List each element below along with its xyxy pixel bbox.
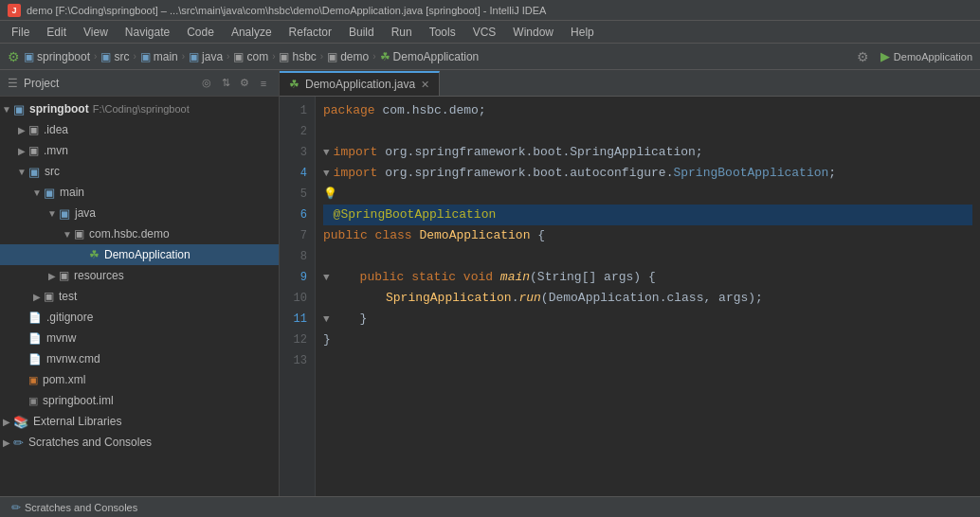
sidebar-toolbar: ◎ ⇅ ⚙ ≡ [199,76,271,91]
menu-build[interactable]: Build [341,24,382,41]
package-icon: ▣ [74,227,84,241]
code-line-4: ▼import org.springframework.boot.autocon… [323,163,972,184]
menu-bar: File Edit View Navigate Code Analyze Ref… [0,21,980,44]
tree-item-main[interactable]: ▼ ▣ main [0,182,279,203]
breadcrumb-java[interactable]: ▣ java [189,50,223,63]
code-line-7: public class DemoApplication { [323,225,972,246]
breadcrumb-main[interactable]: ▣ main [140,50,178,63]
bottom-bar: ✏ Scratches and Consoles [0,496,980,517]
code-line-6: @SpringBootApplication [323,205,972,225]
tree-item-java[interactable]: ▼ ▣ java [0,203,279,223]
sidebar-title: Project [24,77,59,90]
sidebar: ☰ Project ◎ ⇅ ⚙ ≡ ▼ ▣ springboot F:\Codi… [0,70,280,496]
menu-help[interactable]: Help [563,24,602,41]
menu-file[interactable]: File [4,24,37,41]
folder-icon: ▣ [279,50,289,63]
menu-analyze[interactable]: Analyze [224,24,280,41]
scratches-bottom-icon: ✏ [11,501,21,514]
code-line-3: ▼import org.springframework.boot.SpringA… [323,142,972,163]
tree-item-springboot[interactable]: ▼ ▣ springboot F:\Coding\springboot [0,98,279,119]
tree-item-gitignore[interactable]: 📄 .gitignore [0,307,279,328]
app-icon: J [8,4,21,17]
breadcrumb-bar: ⚙ ▣ springboot › ▣ src › ▣ main › ▣ java… [0,44,980,70]
breadcrumb-demo[interactable]: ▣ demo [327,50,369,63]
folder-icon-idea: ▣ [28,123,39,136]
folder-icon-src: ▣ [28,165,40,179]
menu-vcs[interactable]: VCS [465,24,504,41]
tab-bar: ☘ DemoApplication.java ✕ [280,70,980,97]
tree-item-pomxml[interactable]: ▣ pom.xml [0,369,279,390]
code-line-1: package com.hsbc.demo; [323,100,972,121]
menu-refactor[interactable]: Refactor [281,24,339,41]
folder-icon: ▣ [189,50,199,63]
file-icon-gitignore: 📄 [28,312,42,324]
root-folder-icon: ▣ [13,102,25,116]
toolbar-icon-1[interactable]: ⚙ [857,49,869,64]
project-icon: ☰ [8,77,18,90]
main-layout: ☰ Project ◎ ⇅ ⚙ ≡ ▼ ▣ springboot F:\Codi… [0,70,980,496]
tree-item-external-libs[interactable]: ▶ 📚 External Libraries [0,411,279,432]
locate-icon[interactable]: ◎ [199,76,214,91]
spring-file-icon: ☘ [89,248,100,261]
editor-area: ☘ DemoApplication.java ✕ 1 2 3 4 5 6 7 8… [280,70,980,496]
tree-item-src[interactable]: ▼ ▣ src [0,161,279,182]
tree-item-test[interactable]: ▶ ▣ test [0,286,279,307]
tree-item-scratches[interactable]: ▶ ✏ Scratches and Consoles [0,432,279,453]
tree-item-mvn[interactable]: ▶ ▣ .mvn [0,140,279,161]
run-icon: ▶ [880,49,890,63]
breadcrumb-spring-icon: ⚙ [8,49,20,64]
tree-item-idea[interactable]: ▶ ▣ .idea [0,119,279,140]
folder-icon-java: ▣ [59,206,70,221]
scratches-label: Scratches and Consoles [25,502,137,513]
folder-icon: ▣ [233,50,244,63]
menu-code[interactable]: Code [179,24,222,41]
tab-close-button[interactable]: ✕ [421,79,429,91]
breadcrumb-demoapplication[interactable]: ☘ DemoApplication [380,50,480,63]
settings-icon[interactable]: ⚙ [237,76,252,91]
expand-icon[interactable]: ⇅ [218,76,233,91]
tree-item-iml[interactable]: ▣ springboot.iml [0,390,279,411]
code-line-10: SpringApplication.run(DemoApplication.cl… [323,288,972,309]
folder-icon-mvn: ▣ [28,144,39,157]
code-line-5: 💡 [323,184,972,205]
external-libs-icon: 📚 [13,415,28,429]
run-label: DemoApplication [894,51,972,62]
file-icon-mvnwcmd: 📄 [28,353,42,365]
tree-item-demoapplication[interactable]: ☘ DemoApplication [0,244,279,265]
code-line-13 [323,350,972,371]
code-editor[interactable]: 1 2 3 4 5 6 7 8 9 10 11 12 13 package co… [280,97,980,496]
sidebar-header: ☰ Project ◎ ⇅ ⚙ ≡ [0,70,279,97]
tab-spring-icon: ☘ [289,78,299,91]
menu-navigate[interactable]: Navigate [118,24,177,41]
tree-item-mvnwcmd[interactable]: 📄 mvnw.cmd [0,348,279,369]
tab-demoapplication[interactable]: ☘ DemoApplication.java ✕ [280,71,440,96]
project-tree[interactable]: ▼ ▣ springboot F:\Coding\springboot ▶ ▣ … [0,97,279,496]
folder-icon: ▣ [100,50,111,63]
menu-window[interactable]: Window [505,24,561,41]
code-line-9: ▼public static void main(String[] args) … [323,267,972,288]
gear-icon[interactable]: ≡ [256,76,271,91]
code-content[interactable]: package com.hsbc.demo; ▼import org.sprin… [316,97,980,496]
line-numbers: 1 2 3 4 5 6 7 8 9 10 11 12 13 [280,97,316,496]
code-line-8 [323,246,972,267]
xml-icon: ▣ [28,374,38,386]
folder-icon-resources: ▣ [59,269,69,282]
folder-icon-main: ▣ [44,186,55,200]
breadcrumb-springboot[interactable]: ▣ springboot [24,50,90,63]
tree-item-resources[interactable]: ▶ ▣ resources [0,265,279,286]
menu-run[interactable]: Run [384,24,420,41]
tree-item-package[interactable]: ▼ ▣ com.hsbc.demo [0,223,279,244]
menu-edit[interactable]: Edit [39,24,74,41]
spring-icon: ☘ [380,50,390,63]
title-bar: J demo [F:\Coding\springboot] – ...\src\… [0,0,980,21]
tab-label: DemoApplication.java [305,78,415,91]
folder-icon: ▣ [140,50,151,63]
menu-view[interactable]: View [76,24,116,41]
breadcrumb-src[interactable]: ▣ src [100,50,129,63]
scratches-console-item[interactable]: ✏ Scratches and Consoles [8,501,141,514]
tree-item-mvnw[interactable]: 📄 mvnw [0,328,279,348]
breadcrumb-com[interactable]: ▣ com [233,50,268,63]
menu-tools[interactable]: Tools [422,24,463,41]
breadcrumb-hsbc[interactable]: ▣ hsbc [279,50,316,63]
iml-icon: ▣ [28,395,38,407]
